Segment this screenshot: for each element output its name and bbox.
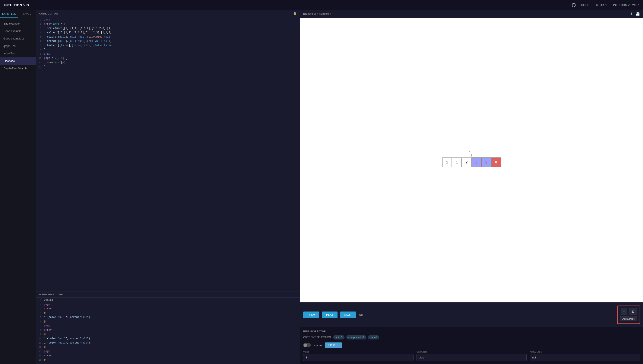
- code-line-9: 9 draw:: [36, 52, 300, 56]
- array-cur-label: cur: [442, 150, 501, 152]
- code-line-2: 2 array arr1 = {: [36, 22, 300, 27]
- mermaid-line-10: 10 1 {color:"null", arrow:"null"}: [36, 337, 300, 341]
- inspector-fields: Value Unit Color Arrow Label: [303, 350, 640, 361]
- array-cell-3[interactable]: 3: [472, 157, 481, 167]
- mermaid-line-7: 7 page: [36, 324, 300, 328]
- code-line-5: 5 color:[[null],[null,null],[blue,blue,n…: [36, 35, 300, 40]
- right-panel: DIAGRAM RENDERER ⬇ 💾 cur ↓ 1 1 2 3 5: [300, 10, 643, 364]
- toggle-knob: [304, 344, 307, 347]
- arrow-label-field-group: Arrow Label: [530, 350, 640, 361]
- unit-color-field-group: Unit Color: [416, 350, 527, 361]
- center-panel: CODE EDITOR 🔒 1 data: 2 array arr1 = { 3…: [36, 10, 300, 364]
- sidebar-tabs: EXAMPLES SAVED: [0, 10, 36, 18]
- mermaid-line-9: 9 @: [36, 333, 300, 337]
- sidebar-item-good-example-2[interactable]: Good example 2: [0, 35, 36, 42]
- array-cur-arrow: ↓: [442, 153, 501, 157]
- unit-inspector: UNIT INSPECTOR CURRENT SELECTION: unit_3…: [300, 327, 643, 364]
- is-index-toggle[interactable]: [303, 343, 311, 347]
- mermaid-line-2: 2 page: [36, 303, 300, 307]
- code-line-6: 6 arrow:[[null],[null,null],[null,null,n…: [36, 40, 300, 44]
- save-icon[interactable]: 💾: [635, 12, 640, 16]
- sidebar-item-graph-test[interactable]: graph Test: [0, 42, 36, 50]
- prev-button[interactable]: PREV: [303, 312, 319, 318]
- code-line-8: 8 }: [36, 48, 300, 52]
- current-selection-label: CURRENT SELECTION:: [303, 336, 332, 339]
- diagram-renderer-section: DIAGRAM RENDERER ⬇ 💾 cur ↓ 1 1 2 3 5: [300, 10, 643, 327]
- unit-inspector-title: UNIT INSPECTOR: [303, 330, 640, 333]
- lock-icon[interactable]: 🔒: [293, 12, 297, 15]
- code-line-11: 11 show arr1[p]: [36, 61, 300, 65]
- array-cell-2[interactable]: 2: [462, 157, 472, 167]
- tab-saved[interactable]: SAVED: [18, 10, 36, 18]
- mermaid-line-3: 3 array: [36, 307, 300, 311]
- array-visualization: cur ↓ 1 1 2 3 5 8: [442, 150, 501, 167]
- array-cells: 1 1 2 3 5 8: [442, 157, 501, 167]
- sidebar-item-depth-first[interactable]: Depth-First Search: [0, 65, 36, 72]
- app-logo: INTUITION VIS: [4, 3, 29, 7]
- diagram-header-icons: ⬇ 💾: [630, 12, 640, 16]
- mermaid-line-13: 13 page: [36, 350, 300, 354]
- code-line-3: 3 structure:[[1],[1,1],[1,1,2],[1,1,2,3]…: [36, 27, 300, 31]
- value-label: Value: [303, 350, 413, 353]
- selection-tag-component[interactable]: component_0: [346, 335, 366, 340]
- tab-examples[interactable]: EXAMPLES: [0, 10, 18, 18]
- mermaid-line-6: 6 @: [36, 320, 300, 324]
- code-editor-header: CODE EDITOR 🔒: [36, 10, 300, 17]
- unit-color-input[interactable]: [416, 354, 527, 361]
- page-indicator: 6/6: [359, 313, 363, 316]
- mermaid-line-15: 15 @: [36, 358, 300, 362]
- arrow-label-label: Arrow Label: [530, 350, 640, 353]
- is-index-row: IsIndex UPDATE: [303, 342, 640, 348]
- add-page-button[interactable]: Add a Page: [620, 316, 637, 321]
- add-page-icon-button[interactable]: +: [620, 308, 627, 314]
- diagram-renderer-title: DIAGRAM RENDERER: [303, 13, 332, 15]
- current-selection-row: CURRENT SELECTION: unit_3 component_0 pa…: [303, 335, 640, 340]
- selection-tag-unit[interactable]: unit_3: [333, 335, 345, 340]
- mermaid-line-4: 4 @: [36, 311, 300, 316]
- sidebar-item-array-test[interactable]: array Test: [0, 50, 36, 57]
- mermaid-editor-area[interactable]: 1 visual 2 page 3 array 4 @ 5 1 {color: [36, 298, 300, 364]
- docs-link[interactable]: DOCS: [581, 4, 589, 6]
- array-cell-4[interactable]: 5: [481, 157, 491, 167]
- main-layout: EXAMPLES SAVED Bad example Good example …: [0, 10, 643, 364]
- selection-tag-page[interactable]: page5: [368, 335, 379, 340]
- download-icon[interactable]: ⬇: [630, 12, 633, 16]
- code-editor-area[interactable]: 1 data: 2 array arr1 = { 3 structure:[[1…: [36, 17, 300, 291]
- mermaid-line-12: 12 @: [36, 346, 300, 350]
- intuition-viewer-link[interactable]: INTUITION VIEWER: [613, 4, 639, 6]
- mermaid-editor-title: MERMAID EDITOR: [39, 293, 63, 296]
- play-button[interactable]: PLAY: [322, 312, 338, 318]
- code-line-10: 10 page p:=[0,5] {: [36, 56, 300, 61]
- array-cell-5[interactable]: 8: [491, 157, 501, 167]
- value-input[interactable]: [303, 354, 413, 361]
- sidebar: EXAMPLES SAVED Bad example Good example …: [0, 10, 36, 364]
- code-editor-title: CODE EDITOR: [39, 12, 58, 15]
- github-icon[interactable]: [571, 3, 576, 8]
- code-line-4: 4 value:[[1],[1,1],[1,1,2],[1,1,2,3],[1,…: [36, 31, 300, 35]
- diagram-header: DIAGRAM RENDERER ⬇ 💾: [300, 10, 643, 18]
- code-editor-section: CODE EDITOR 🔒 1 data: 2 array arr1 = { 3…: [36, 10, 300, 292]
- sidebar-item-good-example-1[interactable]: Good example: [0, 27, 36, 35]
- array-cell-0[interactable]: 1: [442, 157, 452, 167]
- diagram-canvas: cur ↓ 1 1 2 3 5 8: [300, 18, 643, 302]
- header-nav: DOCS TUTORIAL INTUITION VIEWER: [571, 3, 639, 8]
- code-line-12: 12 }: [36, 65, 300, 69]
- code-line-1: 1 data:: [36, 18, 300, 22]
- sidebar-items: Bad example Good example Good example 2 …: [0, 18, 36, 74]
- array-cell-1[interactable]: 1: [452, 157, 462, 167]
- nav-controls: PREV PLAY NEXT 6/6 + 🗑 Add a Page: [300, 302, 643, 327]
- code-line-7: 7 hidden:[[false],[false,false],[false,f…: [36, 44, 300, 48]
- app-header: INTUITION VIS DOCS TUTORIAL INTUITION VI…: [0, 0, 643, 10]
- sidebar-item-fibonacci[interactable]: Fibonacci: [0, 57, 36, 65]
- mermaid-line-11: 11 1 {color:"null", arrow:"null"}: [36, 341, 300, 346]
- next-button[interactable]: NEXT: [340, 312, 356, 318]
- arrow-label-input[interactable]: [530, 354, 640, 361]
- page-panel: + 🗑 Add a Page: [617, 306, 640, 324]
- mermaid-line-14: 14 array: [36, 354, 300, 358]
- delete-page-icon-button[interactable]: 🗑: [629, 308, 637, 314]
- mermaid-line-1: 1 visual: [36, 298, 300, 303]
- update-button[interactable]: UPDATE: [325, 342, 342, 348]
- is-index-label: IsIndex: [313, 344, 322, 347]
- tutorial-link[interactable]: TUTORIAL: [594, 4, 608, 6]
- sidebar-item-bad-example[interactable]: Bad example: [0, 20, 36, 27]
